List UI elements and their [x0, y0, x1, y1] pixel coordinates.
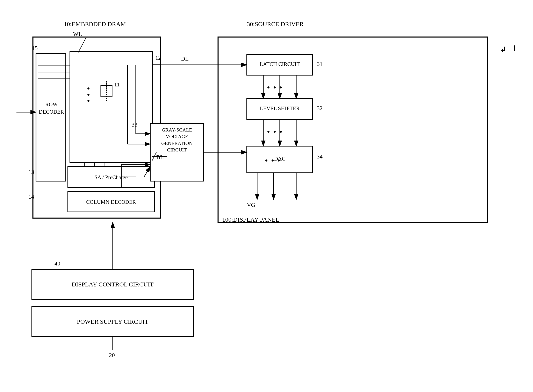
- svg-point-10: [88, 94, 89, 96]
- svg-point-11: [88, 100, 89, 102]
- latch-circuit-text: LATCH CIRCUIT: [248, 61, 312, 68]
- vg-label: VG: [247, 202, 255, 208]
- num-34: 34: [317, 153, 323, 160]
- sa-precharge-text: SA / PreCharge: [69, 174, 153, 181]
- svg-point-41: [280, 131, 282, 133]
- svg-rect-4: [36, 53, 66, 181]
- svg-point-9: [88, 88, 89, 89]
- svg-point-40: [273, 131, 276, 133]
- num-31: 31: [317, 61, 323, 67]
- embedded-dram-label: 10:EMBEDDED DRAM: [64, 21, 126, 28]
- gray-scale-text: GRAY-SCALE VOLTAGE GENERATION CIRCUIT: [151, 126, 203, 153]
- num-40: 40: [55, 260, 60, 267]
- svg-rect-6: [101, 85, 112, 97]
- num-13: 13: [28, 169, 34, 175]
- display-control-text: DISPLAY CONTROL CIRCUIT: [33, 280, 192, 288]
- num-14: 14: [28, 193, 34, 200]
- figure-number: 1: [512, 43, 517, 53]
- figure-arrow: ↲: [500, 45, 506, 54]
- num-33: 33: [132, 121, 137, 128]
- svg-point-39: [267, 131, 269, 133]
- level-shifter-text: LEVEL SHIFTER: [248, 105, 312, 112]
- row-decoder-text: ROW DECODER: [38, 101, 65, 116]
- wl-label: WL: [73, 31, 82, 37]
- num-15: 15: [32, 45, 38, 51]
- source-driver-label: 30:SOURCE DRIVER: [247, 21, 304, 28]
- num-32: 32: [317, 105, 323, 112]
- bl-label: BL: [156, 154, 164, 160]
- num-12: 12: [155, 55, 161, 61]
- display-panel-label: 100:DISPLAY PANEL: [222, 216, 279, 223]
- power-supply-text: POWER SUPPLY CIRCUIT: [33, 317, 192, 326]
- svg-point-33: [267, 86, 269, 89]
- num-20: 20: [109, 352, 115, 359]
- dl-label: DL: [181, 56, 189, 62]
- column-decoder-text: COLUMN DECODER: [69, 199, 153, 205]
- num-11: 11: [114, 81, 120, 88]
- svg-point-34: [273, 86, 276, 89]
- svg-point-35: [280, 86, 282, 89]
- svg-line-27: [152, 152, 156, 160]
- svg-rect-5: [70, 51, 152, 163]
- svg-line-23: [78, 37, 86, 52]
- svg-rect-2: [33, 37, 160, 218]
- dac-text: DAC: [248, 155, 312, 162]
